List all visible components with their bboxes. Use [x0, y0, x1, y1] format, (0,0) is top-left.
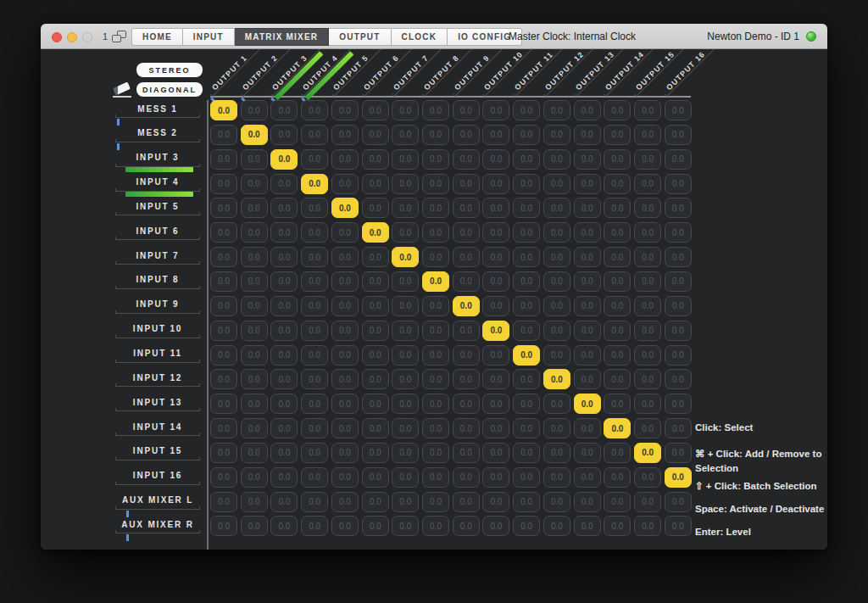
- matrix-cell-r15-c16[interactable]: 0.0: [665, 443, 692, 463]
- matrix-cell-r13-c8[interactable]: 0.0: [422, 394, 449, 414]
- matrix-cell-r15-c11[interactable]: 0.0: [513, 443, 540, 463]
- matrix-cell-r9-c9[interactable]: 0.0: [453, 296, 480, 316]
- matrix-cell-r17-c4[interactable]: 0.0: [301, 492, 328, 512]
- row-label-input-11[interactable]: INPUT 11: [115, 345, 200, 363]
- matrix-cell-r3-c7[interactable]: 0.0: [392, 149, 419, 170]
- matrix-cell-r6-c7[interactable]: 0.0: [392, 222, 419, 243]
- matrix-cell-r2-c14[interactable]: 0.0: [604, 125, 631, 145]
- matrix-cell-r3-c3[interactable]: 0.0: [270, 149, 298, 170]
- matrix-cell-r6-c5[interactable]: 0.0: [331, 222, 359, 243]
- matrix-cell-r3-c12[interactable]: 0.0: [543, 149, 570, 170]
- matrix-cell-r17-c8[interactable]: 0.0: [422, 492, 449, 512]
- matrix-cell-r9-c11[interactable]: 0.0: [513, 296, 540, 316]
- matrix-cell-r8-c10[interactable]: 0.0: [482, 271, 509, 292]
- matrix-cell-r16-c13[interactable]: 0.0: [574, 467, 601, 488]
- matrix-cell-r8-c14[interactable]: 0.0: [604, 271, 631, 292]
- matrix-cell-r14-c10[interactable]: 0.0: [482, 418, 509, 438]
- matrix-cell-r6-c15[interactable]: 0.0: [634, 222, 661, 243]
- matrix-cell-r7-c4[interactable]: 0.0: [301, 247, 328, 267]
- matrix-cell-r5-c7[interactable]: 0.0: [392, 198, 419, 218]
- matrix-cell-r14-c14[interactable]: 0.0: [604, 418, 631, 438]
- matrix-cell-r11-c8[interactable]: 0.0: [422, 345, 449, 366]
- matrix-cell-r11-c14[interactable]: 0.0: [604, 345, 631, 366]
- matrix-cell-r4-c9[interactable]: 0.0: [453, 174, 480, 194]
- matrix-cell-r14-c4[interactable]: 0.0: [301, 418, 328, 438]
- matrix-cell-r15-c1[interactable]: 0.0: [210, 443, 237, 463]
- matrix-cell-r12-c15[interactable]: 0.0: [634, 369, 661, 389]
- matrix-cell-r13-c16[interactable]: 0.0: [665, 394, 692, 414]
- row-label-input-12[interactable]: INPUT 12: [115, 369, 200, 387]
- matrix-cell-r14-c7[interactable]: 0.0: [392, 418, 419, 438]
- row-label-mess-1[interactable]: MESS 1: [115, 100, 200, 118]
- matrix-cell-r11-c11[interactable]: 0.0: [513, 345, 540, 366]
- matrix-cell-r9-c8[interactable]: 0.0: [422, 296, 449, 316]
- matrix-cell-r5-c9[interactable]: 0.0: [453, 198, 480, 218]
- matrix-cell-r15-c13[interactable]: 0.0: [574, 443, 601, 463]
- matrix-cell-r12-c2[interactable]: 0.0: [241, 369, 268, 389]
- matrix-cell-r15-c4[interactable]: 0.0: [301, 443, 328, 463]
- matrix-cell-r12-c3[interactable]: 0.0: [270, 369, 298, 389]
- matrix-cell-r2-c12[interactable]: 0.0: [543, 125, 570, 145]
- matrix-cell-r9-c13[interactable]: 0.0: [574, 296, 601, 316]
- matrix-cell-r10-c3[interactable]: 0.0: [270, 321, 298, 341]
- matrix-cell-r4-c6[interactable]: 0.0: [362, 174, 389, 194]
- matrix-cell-r8-c16[interactable]: 0.0: [665, 271, 692, 292]
- matrix-cell-r3-c15[interactable]: 0.0: [634, 149, 661, 170]
- matrix-cell-r14-c5[interactable]: 0.0: [331, 418, 359, 438]
- windows-icon[interactable]: [112, 31, 126, 42]
- matrix-cell-r15-c5[interactable]: 0.0: [331, 443, 359, 463]
- matrix-cell-r15-c10[interactable]: 0.0: [482, 443, 509, 463]
- matrix-cell-r5-c2[interactable]: 0.0: [241, 198, 268, 218]
- matrix-cell-r14-c11[interactable]: 0.0: [513, 418, 540, 438]
- matrix-cell-r10-c8[interactable]: 0.0: [422, 321, 449, 341]
- matrix-cell-r18-c10[interactable]: 0.0: [482, 516, 509, 536]
- matrix-cell-r1-c15[interactable]: 0.0: [634, 100, 661, 120]
- matrix-cell-r15-c8[interactable]: 0.0: [422, 443, 449, 463]
- matrix-cell-r7-c1[interactable]: 0.0: [210, 247, 237, 267]
- matrix-cell-r3-c11[interactable]: 0.0: [513, 149, 540, 170]
- matrix-cell-r12-c6[interactable]: 0.0: [362, 369, 389, 389]
- matrix-cell-r15-c14[interactable]: 0.0: [604, 443, 631, 463]
- stereo-button[interactable]: STEREO: [136, 63, 203, 77]
- matrix-cell-r18-c5[interactable]: 0.0: [331, 516, 359, 536]
- matrix-cell-r7-c2[interactable]: 0.0: [241, 247, 268, 267]
- matrix-cell-r2-c5[interactable]: 0.0: [331, 125, 359, 145]
- matrix-cell-r17-c2[interactable]: 0.0: [241, 492, 268, 512]
- matrix-cell-r12-c8[interactable]: 0.0: [422, 369, 449, 389]
- matrix-cell-r16-c8[interactable]: 0.0: [422, 467, 449, 488]
- matrix-cell-r7-c11[interactable]: 0.0: [513, 247, 540, 267]
- matrix-cell-r15-c9[interactable]: 0.0: [453, 443, 480, 463]
- matrix-cell-r12-c14[interactable]: 0.0: [604, 369, 631, 389]
- matrix-cell-r11-c10[interactable]: 0.0: [482, 345, 509, 366]
- matrix-cell-r15-c7[interactable]: 0.0: [392, 443, 419, 463]
- matrix-cell-r16-c7[interactable]: 0.0: [392, 467, 419, 488]
- matrix-cell-r1-c8[interactable]: 0.0: [422, 100, 449, 120]
- matrix-cell-r12-c1[interactable]: 0.0: [210, 369, 237, 389]
- matrix-cell-r13-c13[interactable]: 0.0: [574, 394, 601, 414]
- matrix-cell-r17-c13[interactable]: 0.0: [574, 492, 601, 512]
- matrix-cell-r2-c2[interactable]: 0.0: [241, 125, 268, 145]
- matrix-cell-r11-c5[interactable]: 0.0: [331, 345, 359, 366]
- diagonal-button[interactable]: DIAGONAL: [136, 82, 203, 97]
- matrix-cell-r7-c6[interactable]: 0.0: [362, 247, 389, 267]
- matrix-cell-r18-c15[interactable]: 0.0: [634, 516, 661, 536]
- matrix-cell-r16-c14[interactable]: 0.0: [604, 467, 631, 488]
- row-label-input-13[interactable]: INPUT 13: [115, 394, 200, 411]
- matrix-cell-r6-c6[interactable]: 0.0: [362, 222, 389, 243]
- matrix-cell-r14-c1[interactable]: 0.0: [210, 418, 237, 438]
- matrix-cell-r2-c8[interactable]: 0.0: [422, 125, 449, 145]
- matrix-cell-r7-c16[interactable]: 0.0: [665, 247, 692, 267]
- matrix-cell-r4-c15[interactable]: 0.0: [634, 174, 661, 194]
- matrix-cell-r4-c7[interactable]: 0.0: [392, 174, 419, 194]
- matrix-cell-r2-c11[interactable]: 0.0: [513, 125, 540, 145]
- matrix-cell-r5-c3[interactable]: 0.0: [270, 198, 298, 218]
- matrix-cell-r1-c5[interactable]: 0.0: [331, 100, 359, 120]
- matrix-cell-r6-c10[interactable]: 0.0: [482, 222, 509, 243]
- matrix-cell-r6-c8[interactable]: 0.0: [422, 222, 449, 243]
- matrix-cell-r10-c16[interactable]: 0.0: [665, 321, 692, 341]
- matrix-cell-r11-c7[interactable]: 0.0: [392, 345, 419, 366]
- matrix-cell-r9-c5[interactable]: 0.0: [331, 296, 359, 316]
- matrix-cell-r16-c2[interactable]: 0.0: [241, 467, 268, 488]
- matrix-cell-r1-c11[interactable]: 0.0: [513, 100, 540, 120]
- row-label-input-4[interactable]: INPUT 4: [115, 174, 200, 192]
